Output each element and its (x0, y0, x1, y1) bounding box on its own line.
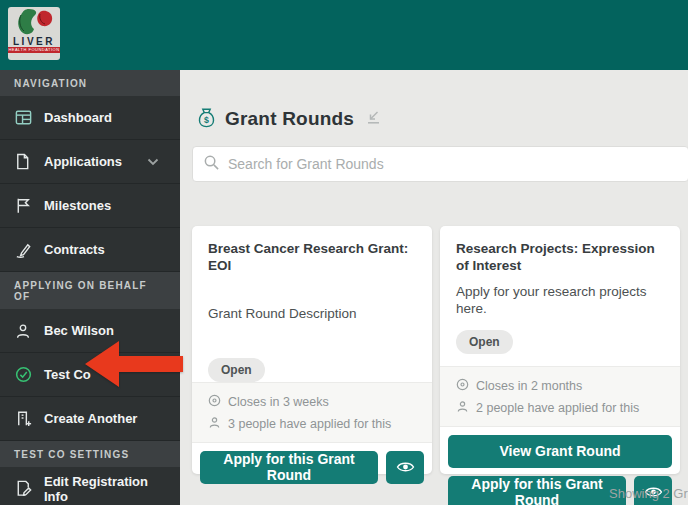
sidebar-section-applying: APPLYING ON BEHALF OF (0, 272, 180, 309)
view-grant-round-button[interactable]: View Grant Round (448, 435, 672, 468)
card-title: Research Projects: Expression of Interes… (456, 241, 664, 275)
pen-icon (14, 240, 33, 259)
apply-grant-round-button[interactable]: Apply for this Grant Round (200, 451, 378, 484)
status-badge: Open (208, 358, 265, 382)
card-description: Grant Round Description (208, 306, 416, 323)
sidebar-section-settings: TEST CO SETTINGS (0, 441, 180, 467)
document-icon (14, 152, 33, 171)
sidebar-nav: NAVIGATION Dashboard Applications (0, 70, 180, 505)
sidebar-item-label: Milestones (44, 198, 111, 213)
sidebar-item-label: Edit Registration Info (44, 474, 166, 504)
svg-text:$: $ (204, 115, 209, 125)
document-edit-icon (14, 479, 33, 498)
check-circle-icon (14, 365, 33, 384)
building-plus-icon (14, 409, 33, 428)
results-count-text: Showing 2 Gra (609, 486, 688, 501)
sidebar-item-milestones[interactable]: Milestones (0, 184, 180, 228)
card-meta: Closes in 2 months 2 people have applied… (440, 366, 680, 427)
search-bar[interactable] (192, 146, 688, 182)
card-meta: Closes in 3 weeks 3 people have applied … (192, 382, 432, 443)
liver-graphic-icon (11, 7, 57, 37)
grant-card-research-projects: Research Projects: Expression of Interes… (440, 226, 680, 474)
sidebar-item-label: Test Co (44, 367, 91, 382)
grant-round-cards: Breast Cancer Research Grant: EOI Grant … (192, 226, 688, 474)
top-bar (0, 0, 688, 70)
logo-tagline: HEALTH FOUNDATION (8, 47, 60, 53)
org-logo[interactable]: LIVER HEALTH FOUNDATION (8, 7, 60, 60)
sidebar-section-navigation: NAVIGATION (0, 70, 180, 96)
sidebar-item-edit-registration[interactable]: Edit Registration Info (0, 467, 180, 505)
sidebar-item-label: Contracts (44, 242, 105, 257)
page-header: $ Grant Rounds (196, 106, 688, 132)
person-icon (14, 321, 33, 340)
preview-eye-button[interactable] (386, 451, 424, 484)
main-content: $ Grant Rounds (180, 70, 688, 505)
flag-icon (14, 196, 33, 215)
sidebar-item-label: Bec Wilson (44, 323, 114, 338)
status-badge: Open (456, 330, 513, 354)
money-bag-icon: $ (196, 105, 217, 133)
sidebar-item-label: Applications (44, 154, 122, 169)
card-title: Breast Cancer Research Grant: EOI (208, 241, 416, 275)
card-description: Apply for your research projects here. (456, 284, 664, 318)
grant-card-breast-cancer: Breast Cancer Research Grant: EOI Grant … (192, 226, 432, 474)
applicants-text: 2 people have applied for this (476, 401, 639, 415)
dashboard-icon (14, 108, 33, 127)
sidebar-item-label: Dashboard (44, 110, 112, 125)
person-icon (208, 416, 221, 432)
sidebar-item-bec-wilson[interactable]: Bec Wilson (0, 309, 180, 353)
received-arrow-icon[interactable] (366, 110, 381, 129)
app-window: LIVER HEALTH FOUNDATION NAVIGATION Dashb… (0, 0, 688, 505)
search-input[interactable] (228, 156, 678, 172)
logo-wordmark: LIVER (13, 37, 55, 46)
closes-text: Closes in 3 weeks (228, 395, 329, 409)
sidebar-item-test-co[interactable]: Test Co (0, 353, 180, 397)
eye-icon (396, 460, 415, 474)
sidebar-item-label: Create Another (44, 411, 137, 426)
applicants-text: 3 people have applied for this (228, 417, 391, 431)
chevron-down-icon[interactable] (147, 152, 166, 171)
person-icon (456, 400, 469, 416)
page-title: Grant Rounds (225, 108, 354, 130)
sidebar-item-dashboard[interactable]: Dashboard (0, 96, 180, 140)
sidebar-item-create-another[interactable]: Create Another (0, 397, 180, 441)
apply-grant-round-button[interactable]: Apply for this Grant Round (448, 476, 626, 505)
sidebar-item-contracts[interactable]: Contracts (0, 228, 180, 272)
search-icon (203, 154, 220, 175)
clock-icon (456, 378, 469, 394)
closes-text: Closes in 2 months (476, 379, 582, 393)
sidebar-item-applications[interactable]: Applications (0, 140, 180, 184)
clock-icon (208, 394, 221, 410)
